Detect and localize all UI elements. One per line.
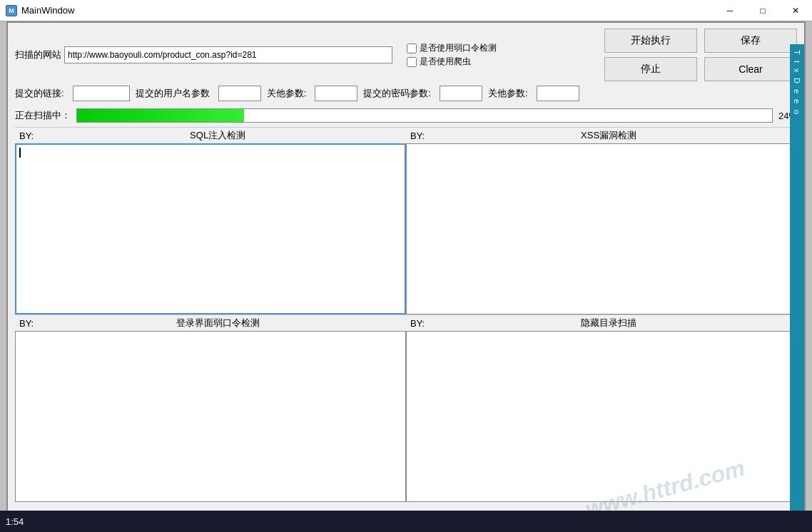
other-param-input-1[interactable]: [315, 86, 357, 101]
clear-button[interactable]: Clear: [704, 57, 797, 81]
sidebar-item-1[interactable]: T: [793, 47, 801, 58]
sidebar-item-5[interactable]: e: [793, 86, 801, 96]
title-bar: M MainWindow ─ □ ✕: [0, 0, 812, 21]
weak-password-checkbox-label[interactable]: 是否使用弱口令检测: [407, 42, 497, 54]
window-title: MainWindow: [21, 5, 74, 16]
submit-pass-label: 提交的密码参数:: [363, 87, 431, 100]
window-controls: ─ □ ✕: [714, 0, 812, 21]
site-label: 扫描的网站: [15, 48, 61, 61]
sql-panel-header: BY: SQL注入检测: [15, 127, 406, 143]
other-param-label-2: 关他参数:: [488, 87, 528, 100]
sql-panel-content[interactable]: [15, 143, 406, 314]
taskbar: 1:54: [0, 511, 812, 532]
xss-panel-header: BY: XSS漏洞检测: [406, 127, 797, 143]
hidden-panel-content[interactable]: [406, 331, 797, 502]
right-sidebar: T t x D e e o: [790, 44, 804, 532]
login-panel-content[interactable]: [15, 331, 406, 502]
btn-row-2: 停止 Clear: [604, 57, 797, 81]
login-panel-title: 登录界面弱口令检测: [176, 317, 260, 329]
action-buttons: 开始执行 保存 停止 Clear: [604, 29, 797, 81]
other-param-input-2[interactable]: [537, 86, 579, 101]
restore-button[interactable]: □: [746, 0, 779, 21]
checkbox-group: 是否使用弱口令检测 是否使用爬虫: [407, 42, 497, 68]
submit-type-input[interactable]: [73, 86, 130, 101]
other-param-label-1: 关他参数:: [267, 87, 307, 100]
btn-row-1: 开始执行 保存: [604, 29, 797, 53]
minimize-button[interactable]: ─: [714, 0, 746, 21]
stop-button[interactable]: 停止: [604, 57, 697, 81]
xss-by-label: BY:: [410, 131, 425, 141]
login-by-label: BY:: [19, 318, 34, 329]
panels-grid: BY: SQL注入检测 BY: XSS漏洞检测 BY: 登录界面弱口令检测 BY…: [15, 127, 797, 502]
app-icon: M: [6, 5, 17, 16]
hidden-panel-header: BY: 隐藏目录扫描: [406, 314, 797, 331]
text-cursor: [19, 148, 21, 158]
sidebar-item-2[interactable]: t: [793, 58, 801, 66]
submit-pass-input[interactable]: [440, 86, 482, 101]
sql-by-label: BY:: [19, 131, 34, 141]
hidden-by-label: BY:: [410, 318, 425, 329]
url-row: 扫描的网站 是否使用弱口令检测 是否使用爬虫 开始执行 保存 停止: [15, 29, 797, 81]
progress-bar-fill: [77, 109, 244, 122]
url-input[interactable]: [64, 46, 392, 63]
sidebar-item-7[interactable]: o: [793, 107, 801, 117]
sidebar-item-4[interactable]: D: [793, 75, 801, 86]
submit-user-label: 提交的用户名参数: [136, 87, 210, 100]
save-button[interactable]: 保存: [704, 29, 797, 53]
progress-row: 正在扫描中： 24%: [8, 104, 804, 127]
start-button[interactable]: 开始执行: [604, 29, 697, 53]
params-row: 提交的链接: 提交的用户名参数 关他参数: 提交的密码参数: 关他参数:: [15, 86, 797, 101]
sql-panel-title: SQL注入检测: [190, 129, 245, 142]
xss-panel-title: XSS漏洞检测: [581, 129, 636, 142]
sidebar-item-6[interactable]: e: [793, 96, 801, 106]
crawler-checkbox[interactable]: [407, 57, 417, 67]
xss-panel-content[interactable]: [406, 143, 797, 314]
weak-password-checkbox[interactable]: [407, 44, 417, 53]
sidebar-item-3[interactable]: x: [793, 66, 801, 76]
top-controls: 扫描的网站 是否使用弱口令检测 是否使用爬虫 开始执行 保存 停止: [8, 23, 804, 104]
progress-bar-container: [76, 108, 773, 123]
crawler-checkbox-label[interactable]: 是否使用爬虫: [407, 56, 497, 68]
hidden-panel-title: 隐藏目录扫描: [581, 317, 636, 329]
taskbar-time: 1:54: [6, 516, 24, 527]
login-panel-header: BY: 登录界面弱口令检测: [15, 314, 406, 331]
main-window: 扫描的网站 是否使用弱口令检测 是否使用爬虫 开始执行 保存 停止: [6, 21, 806, 532]
progress-label: 正在扫描中：: [15, 109, 71, 122]
submit-type-label: 提交的链接:: [15, 87, 64, 100]
close-button[interactable]: ✕: [779, 0, 812, 21]
submit-user-input[interactable]: [218, 86, 261, 101]
